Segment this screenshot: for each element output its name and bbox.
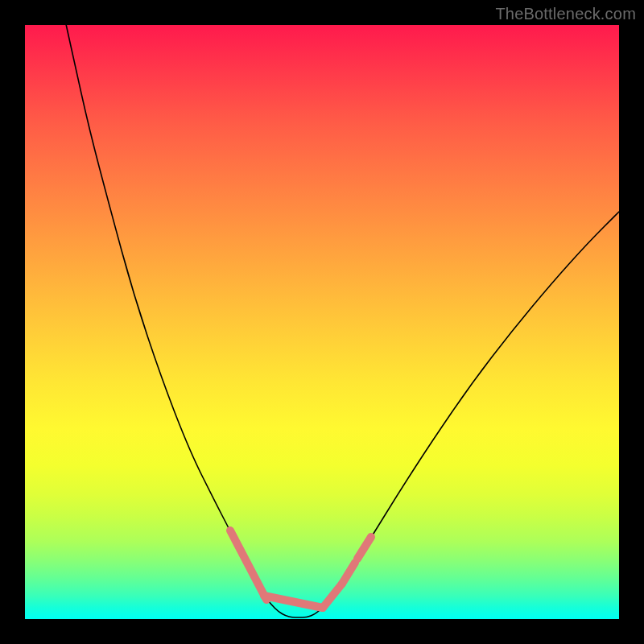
bottleneck-curve bbox=[64, 17, 619, 617]
highlight-segment bbox=[323, 584, 342, 608]
highlight-segment bbox=[230, 530, 266, 600]
watermark-text: TheBottleneck.com bbox=[495, 5, 636, 23]
highlight-segment bbox=[357, 537, 371, 559]
chart-frame: TheBottleneck.com bbox=[0, 0, 644, 644]
highlight-segment bbox=[342, 563, 355, 584]
highlight-segments bbox=[230, 530, 371, 608]
plot-area bbox=[25, 25, 619, 619]
chart-svg bbox=[25, 25, 619, 619]
